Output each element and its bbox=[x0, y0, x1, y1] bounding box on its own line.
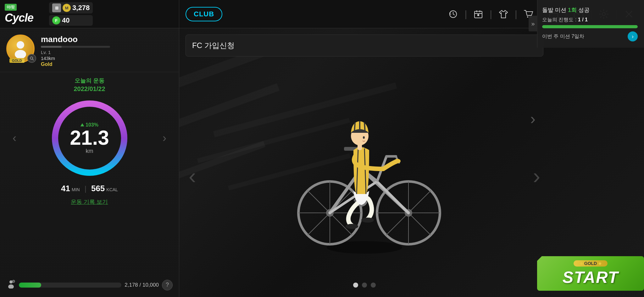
svg-point-59 bbox=[361, 218, 374, 223]
carousel-dot-2[interactable] bbox=[362, 283, 367, 288]
panel-toggle-button[interactable]: » bbox=[529, 16, 537, 31]
today-label: 오늘의 운동 bbox=[6, 77, 173, 84]
right-chevrons: › bbox=[530, 111, 536, 127]
logo-badge: 야핏 bbox=[5, 4, 17, 11]
xp-bar-section: 2,178 / 10,000 ? bbox=[0, 279, 179, 291]
xp-bar-container bbox=[19, 283, 121, 288]
xp-bar-fill bbox=[19, 283, 41, 288]
mission-progress-value: 1 / 1 bbox=[578, 17, 588, 22]
gold-label-text: GOLD bbox=[584, 261, 597, 266]
diamond-right-icon: ◆ bbox=[598, 261, 601, 266]
mission-progress-prefix: 오늘의 진행도 : bbox=[542, 17, 578, 22]
center-prev-button[interactable]: ‹ bbox=[189, 164, 196, 189]
nav-div-1: | bbox=[464, 9, 467, 19]
grade-text: Gold bbox=[41, 62, 173, 67]
svg-point-6 bbox=[9, 280, 13, 284]
currency-display: ⊞ M 3,278 F 40 bbox=[49, 2, 93, 26]
club-button[interactable]: CLUB bbox=[186, 7, 222, 21]
center-next-button[interactable]: › bbox=[533, 164, 540, 189]
username: mandooo bbox=[41, 35, 173, 44]
mission-week-row: 이번 주 미션 7일차 › bbox=[542, 31, 638, 41]
svg-point-57 bbox=[363, 136, 365, 139]
calendar-nav-button[interactable] bbox=[469, 5, 487, 23]
nav-left: CLUB bbox=[186, 7, 222, 21]
mission-title: 돌발 미션 1회 성공 bbox=[542, 6, 638, 14]
minutes-stat: 41 MIN bbox=[61, 184, 80, 193]
minutes-label: MIN bbox=[72, 187, 80, 192]
stats-divider: | bbox=[85, 184, 86, 193]
minutes-value: 41 bbox=[61, 184, 70, 193]
diamond-left-icon: ◆ bbox=[580, 261, 583, 266]
left-sidebar: 야핏 Cycle ⊞ M 3,278 F 40 bbox=[0, 0, 179, 297]
help-button[interactable]: ? bbox=[162, 280, 173, 290]
stats-row: 41 MIN | 565 KCAL bbox=[6, 184, 173, 193]
character-display bbox=[179, 28, 550, 297]
svg-rect-14 bbox=[477, 14, 479, 16]
ring-chart: 103% 21.3 km bbox=[49, 97, 130, 179]
logo-title: Cycle bbox=[5, 11, 33, 24]
f-value: 40 bbox=[62, 16, 69, 24]
avatar-container: GOLD bbox=[6, 35, 35, 63]
history-icon bbox=[448, 9, 458, 19]
ring-next-button[interactable]: › bbox=[163, 132, 166, 145]
start-gold-label: ◆ GOLD ◆ bbox=[574, 260, 608, 267]
search-button[interactable] bbox=[27, 54, 36, 63]
svg-line-54 bbox=[354, 122, 355, 133]
svg-point-7 bbox=[8, 284, 14, 289]
sidebar-header: 야핏 Cycle ⊞ M 3,278 F 40 bbox=[0, 0, 179, 28]
start-button[interactable]: ◆ GOLD ◆ START bbox=[537, 256, 644, 291]
mission-progress-bar-container bbox=[542, 25, 638, 28]
profile-info: mandooo Lv. 1 143km Gold bbox=[41, 35, 173, 67]
nav-div-3: | bbox=[515, 9, 517, 19]
profile-person-icon bbox=[6, 279, 16, 291]
gold-badge: GOLD bbox=[9, 58, 25, 63]
level-bar-fill bbox=[41, 46, 62, 48]
ring-km-value: 21.3 bbox=[70, 128, 109, 148]
profile-area: GOLD mandooo Lv. 1 143km Gold bbox=[0, 28, 179, 72]
ring-section: ‹ bbox=[6, 97, 173, 179]
svg-point-15 bbox=[527, 16, 528, 18]
mission-arrow-icon: › bbox=[632, 33, 634, 40]
currency-m-icon: ⊞ bbox=[55, 6, 58, 10]
main-center: FC 가입신청 ‹ bbox=[179, 28, 550, 297]
mission-progress-bar-fill bbox=[542, 25, 638, 28]
banner-notification: FC 가입신청 bbox=[186, 35, 543, 57]
xp-text: 2,178 / 10,000 bbox=[125, 282, 159, 288]
svg-line-3 bbox=[32, 59, 34, 60]
history-nav-button[interactable] bbox=[444, 5, 462, 23]
exercise-record-link[interactable]: 운동 기록 보기 bbox=[6, 198, 173, 206]
nav-div-2: | bbox=[490, 9, 492, 19]
mission-title-highlight: 1회 bbox=[568, 7, 577, 13]
currency-m-row: ⊞ M 3,278 bbox=[49, 2, 93, 14]
cyclist-wrapper bbox=[286, 81, 443, 269]
m-label: M bbox=[65, 6, 69, 10]
mission-next-button[interactable]: › bbox=[628, 31, 638, 41]
kcal-value: 565 bbox=[91, 184, 105, 193]
m-value: 3,278 bbox=[72, 4, 90, 12]
carousel-dot-1[interactable] bbox=[353, 283, 358, 288]
svg-point-8 bbox=[12, 280, 15, 283]
shirt-nav-button[interactable] bbox=[495, 5, 512, 23]
carousel-dots bbox=[353, 283, 376, 288]
level-text: Lv. 1 bbox=[41, 50, 173, 55]
today-section: 오늘의 운동 2022/01/22 ‹ bbox=[0, 72, 179, 209]
currency-f-row: F 40 bbox=[49, 15, 93, 26]
mission-panel: » 돌발 미션 1회 성공 오늘의 진행도 : 1 / 1 이번 주 미션 7일… bbox=[537, 0, 644, 48]
kcal-stat: 565 KCAL bbox=[91, 184, 118, 193]
shirt-icon bbox=[499, 10, 508, 19]
person-icon-svg bbox=[6, 279, 16, 289]
right-chevron-icon: › bbox=[530, 111, 536, 127]
svg-point-2 bbox=[30, 57, 33, 59]
banner-text: FC 가입신청 bbox=[192, 40, 235, 51]
carousel-dot-3[interactable] bbox=[371, 283, 376, 288]
help-icon: ? bbox=[166, 282, 169, 288]
logo-area: 야핏 Cycle bbox=[5, 4, 33, 24]
today-date: 2022/01/22 bbox=[6, 85, 173, 93]
ring-prev-button[interactable]: ‹ bbox=[13, 132, 16, 145]
mission-title-part1: 돌발 미션 bbox=[542, 7, 568, 13]
level-bar-container bbox=[41, 46, 110, 48]
svg-point-58 bbox=[346, 224, 358, 229]
m-coin-icon: M bbox=[63, 4, 71, 12]
currency-m-bg: ⊞ bbox=[52, 3, 61, 12]
ring-center: 103% 21.3 km bbox=[70, 122, 109, 154]
